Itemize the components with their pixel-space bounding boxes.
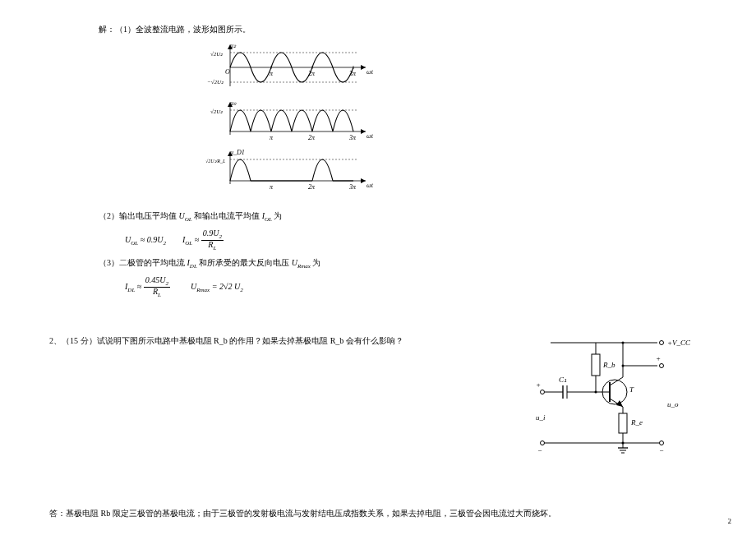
svg-text:u_o: u_o: [667, 400, 679, 408]
svg-text:T: T: [629, 385, 634, 394]
answer1-line3: （3）二极管的平均电流 IDL 和所承受的最大反向电压 URmax 为: [99, 256, 707, 271]
svg-text:+V_CC: +V_CC: [667, 339, 690, 347]
svg-point-68: [660, 441, 664, 445]
svg-text:u_i: u_i: [536, 413, 546, 422]
svg-text:R_b: R_b: [602, 361, 615, 369]
svg-point-35: [660, 341, 664, 345]
svg-text:π: π: [270, 134, 274, 141]
answer2-text: 答：基极电阻 Rb 限定三极管的基极电流；由于三极管的发射极电流与发射结电压成指…: [49, 507, 707, 520]
equation-3: IDL ≈ 0.45U2RL URmax = 2√2 U2: [125, 276, 707, 298]
svg-marker-16: [361, 129, 366, 134]
svg-text:2π: 2π: [308, 70, 316, 77]
wave2-peak: √2U₂: [210, 108, 223, 115]
svg-text:ωt: ωt: [366, 132, 374, 140]
svg-text:+: +: [536, 380, 541, 389]
svg-rect-63: [619, 413, 627, 433]
wave1-peakpos: √2U₂: [210, 51, 223, 58]
svg-text:−: −: [537, 446, 542, 454]
svg-text:3π: 3π: [348, 134, 357, 141]
svg-rect-38: [592, 354, 600, 376]
svg-text:2π: 2π: [308, 183, 316, 191]
svg-point-57: [622, 342, 625, 344]
svg-text:R_e: R_e: [630, 418, 643, 427]
svg-text:+: +: [656, 354, 661, 362]
svg-text:C₁: C₁: [559, 376, 567, 384]
svg-point-60: [660, 364, 664, 368]
svg-marker-25: [361, 178, 366, 183]
wave3-peak: √2U₂/R_L: [205, 159, 226, 164]
waveform-figures: u₂ √2U₂ −√2U₂ O π 2π 3π ωt: [205, 41, 707, 203]
svg-text:π: π: [270, 183, 274, 191]
svg-text:ωt: ωt: [366, 182, 374, 189]
svg-text:ωt: ωt: [366, 68, 374, 76]
svg-text:3π: 3π: [348, 70, 357, 77]
svg-point-41: [541, 390, 545, 394]
svg-text:3π: 3π: [348, 183, 357, 191]
svg-marker-3: [361, 65, 366, 70]
answer1-line2: （2）输出电压平均值 UOL 和输出电流平均值 IOL 为: [99, 210, 707, 224]
svg-text:π: π: [270, 70, 274, 77]
question2-text: 2、（15 分）试说明下图所示电路中基极电阻 R_b 的作用？如果去掉基极电阻 …: [49, 334, 501, 348]
circuit-diagram: +V_CC R_b + C₁: [501, 333, 707, 458]
svg-text:−: −: [659, 446, 664, 454]
wave3-ylabel: u_D1: [230, 149, 245, 156]
equation-2: UOL ≈ 0.9U2 IOL ≈ 0.9U2RL: [125, 229, 707, 251]
svg-text:O: O: [225, 68, 230, 76]
svg-text:2π: 2π: [308, 134, 316, 141]
wave1-peakneg: −√2U₂: [207, 79, 224, 85]
svg-point-67: [541, 441, 545, 445]
page-number: 2: [728, 517, 732, 525]
answer1-line1: 解：（1）全波整流电路，波形如图所示。: [99, 23, 707, 36]
